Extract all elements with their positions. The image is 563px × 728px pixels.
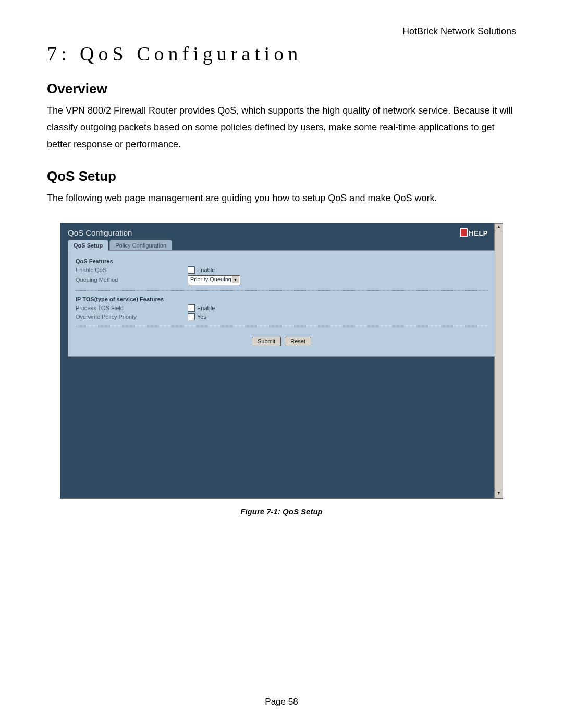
- button-row: Submit Reset: [76, 337, 487, 346]
- document-page: HotBrick Network Solutions 7: QoS Config…: [0, 0, 563, 728]
- tab-policy-configuration[interactable]: Policy Configuration: [109, 240, 172, 251]
- overwrite-priority-checkbox-label: Yes: [197, 314, 206, 320]
- queuing-method-select[interactable]: Priority Queuing: [188, 275, 240, 285]
- divider-2: [76, 326, 487, 326]
- process-tos-checkbox[interactable]: [188, 304, 195, 312]
- scroll-down-icon[interactable]: ▾: [495, 490, 503, 498]
- qos-setup-body-text: The following web page management are gu…: [47, 190, 516, 206]
- panel-header: QoS Configuration HELP: [60, 223, 503, 239]
- row-enable-qos: Enable QoS Enable: [76, 266, 487, 274]
- enable-qos-label: Enable QoS: [76, 267, 188, 273]
- help-link[interactable]: HELP: [460, 228, 488, 237]
- process-tos-checkbox-label: Enable: [197, 305, 215, 311]
- tab-row: QoS Setup Policy Configuration: [60, 239, 503, 250]
- config-panel: QoS Features Enable QoS Enable Queuing M…: [68, 250, 495, 357]
- process-tos-label: Process TOS Field: [76, 305, 188, 311]
- overview-body-text: The VPN 800/2 Firewall Router provides Q…: [47, 102, 516, 153]
- help-icon: [460, 228, 468, 237]
- chapter-title: 7: QoS Configuration: [47, 42, 516, 65]
- submit-button[interactable]: Submit: [252, 337, 281, 346]
- enable-qos-checkbox-label: Enable: [197, 267, 215, 273]
- scroll-up-icon[interactable]: ▴: [495, 223, 503, 231]
- row-overwrite-priority: Overwrite Policy Priority Yes: [76, 313, 487, 320]
- ip-tos-features-label: IP TOS(type of service) Features: [76, 296, 487, 302]
- vertical-scrollbar[interactable]: ▴ ▾: [494, 223, 503, 498]
- row-process-tos: Process TOS Field Enable: [76, 304, 487, 312]
- company-name: HotBrick Network Solutions: [47, 26, 516, 37]
- section-overview-heading: Overview: [47, 81, 516, 97]
- qos-features-label: QoS Features: [76, 258, 487, 264]
- row-queuing-method: Queuing Method Priority Queuing: [76, 275, 487, 285]
- enable-qos-checkbox[interactable]: [188, 266, 195, 274]
- figure-caption: Figure 7-1: QoS Setup: [47, 507, 516, 516]
- tab-qos-setup[interactable]: QoS Setup: [68, 240, 108, 251]
- queuing-method-label: Queuing Method: [76, 277, 188, 283]
- overwrite-priority-label: Overwrite Policy Priority: [76, 314, 188, 320]
- divider: [76, 290, 487, 291]
- overwrite-priority-checkbox[interactable]: [188, 313, 195, 320]
- section-qos-setup-heading: QoS Setup: [47, 168, 516, 184]
- help-label: HELP: [469, 229, 488, 237]
- qos-config-screenshot: QoS Configuration HELP QoS Setup Policy …: [60, 223, 503, 499]
- reset-button[interactable]: Reset: [285, 337, 311, 346]
- page-number: Page 58: [0, 697, 563, 707]
- panel-title: QoS Configuration: [68, 228, 132, 237]
